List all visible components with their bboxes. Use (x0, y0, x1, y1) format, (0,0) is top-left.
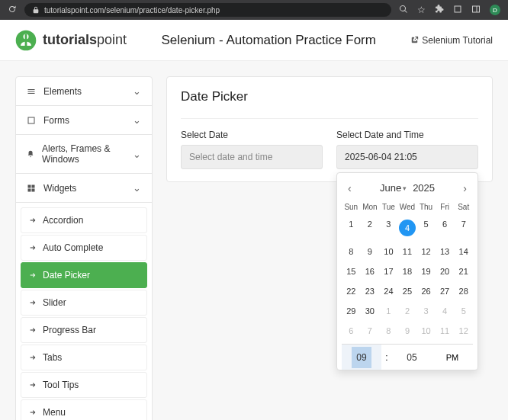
brand-logo[interactable]: tutorialspoint (15, 30, 127, 51)
calendar-day[interactable]: 11 (398, 242, 417, 261)
sidebar-item-menu[interactable]: Menu (21, 399, 147, 420)
sidebar-item-autocomplete[interactable]: Auto Complete (21, 235, 147, 261)
svg-rect-7 (28, 184, 31, 188)
calendar-day[interactable]: 23 (361, 281, 380, 301)
calendar-day[interactable]: 10 (416, 321, 436, 341)
year-label[interactable]: 2025 (413, 182, 435, 194)
calendar-day[interactable]: 28 (454, 281, 473, 301)
form-icon (27, 116, 36, 125)
calendar-day[interactable]: 20 (436, 261, 455, 281)
calendar-day[interactable]: 25 (398, 281, 417, 301)
address-bar[interactable]: tutorialspoint.com/selenium/practice/dat… (24, 3, 391, 17)
select-datetime-field: Select Date and Time 2025-06-04 21:05 ‹ … (336, 130, 478, 169)
calendar-day[interactable]: 1 (342, 214, 361, 242)
calendar-day[interactable]: 8 (379, 321, 398, 341)
calendar-day[interactable]: 13 (436, 242, 455, 261)
calendar-day[interactable]: 3 (416, 301, 436, 321)
content-area: Elements ⌄ Forms ⌄ Alerts, Frames & Wind… (0, 61, 508, 420)
hour-input[interactable]: 09 (342, 345, 381, 370)
calendar-day[interactable]: 24 (379, 281, 398, 301)
calendar-day[interactable]: 9 (361, 242, 380, 261)
calendar-day[interactable]: 15 (342, 261, 361, 281)
calendar-day[interactable]: 18 (398, 261, 417, 281)
url-text: tutorialspoint.com/selenium/practice/dat… (44, 6, 220, 14)
calendar-day[interactable]: 12 (416, 242, 436, 261)
calendar-day[interactable]: 11 (436, 321, 455, 341)
calendar-day[interactable]: 14 (454, 242, 473, 261)
calendar-day[interactable]: 30 (361, 301, 380, 321)
star-icon[interactable]: ☆ (417, 5, 426, 15)
arrow-right-icon (29, 381, 37, 389)
calendar-day[interactable]: 2 (398, 301, 417, 321)
profile-avatar[interactable]: D (490, 5, 500, 15)
sidebar-section-elements[interactable]: Elements ⌄ (16, 77, 152, 106)
sidebar-item-progress[interactable]: Progress Bar (21, 317, 147, 343)
download-icon[interactable] (453, 5, 462, 16)
calendar-day[interactable]: 4 (398, 214, 417, 242)
calendar-popup: ‹ June▾ 2025 › SunMonTueWedThuFriSat1234… (336, 172, 478, 370)
calendar-day[interactable]: 22 (342, 281, 361, 301)
calendar-day[interactable]: 27 (436, 281, 455, 301)
calendar-day[interactable]: 10 (379, 242, 398, 261)
calendar-day[interactable]: 4 (436, 301, 455, 321)
sidebar-item-datepicker[interactable]: Date Picker (21, 262, 147, 288)
select-datetime-label: Select Date and Time (336, 130, 478, 140)
calendar-day[interactable]: 5 (416, 214, 436, 242)
calendar-day[interactable]: 3 (379, 214, 398, 242)
calendar-day[interactable]: 1 (379, 301, 398, 321)
svg-rect-6 (28, 117, 34, 123)
arrow-right-icon (29, 409, 37, 416)
calendar-day[interactable]: 7 (361, 321, 380, 341)
sidebar-item-accordion[interactable]: Accordion (21, 207, 147, 233)
panel-icon[interactable] (471, 5, 481, 16)
bell-icon (27, 149, 34, 159)
calendar-day[interactable]: 8 (342, 242, 361, 261)
prev-month-button[interactable]: ‹ (343, 181, 356, 196)
dow-header: Mon (361, 200, 380, 214)
calendar-day[interactable]: 6 (436, 214, 455, 242)
tutorialspoint-logo-icon (15, 30, 37, 51)
calendar-day[interactable]: 5 (454, 301, 473, 321)
widgets-icon (27, 184, 36, 193)
sidebar-item-tooltips[interactable]: Tool Tips (21, 372, 147, 398)
minute-input[interactable]: 05 (392, 345, 432, 370)
next-month-button[interactable]: › (458, 181, 471, 196)
sidebar-item-tabs[interactable]: Tabs (21, 345, 147, 370)
brand-text: tutorialspoint (43, 32, 127, 48)
calendar-day[interactable]: 6 (342, 321, 361, 341)
sidebar-section-forms[interactable]: Forms ⌄ (16, 106, 152, 135)
sidebar-section-alerts[interactable]: Alerts, Frames & Windows ⌄ (16, 135, 152, 174)
svg-rect-10 (32, 188, 35, 191)
sidebar-item-slider[interactable]: Slider (21, 290, 147, 316)
calendar-day[interactable]: 26 (416, 281, 436, 301)
select-date-field: Select Date Select date and time (181, 130, 323, 169)
arrow-right-icon (29, 244, 37, 252)
calendar-day[interactable]: 9 (398, 321, 417, 341)
arrow-right-icon (29, 354, 37, 361)
calendar-day[interactable]: 2 (361, 214, 380, 242)
reload-icon[interactable] (8, 5, 17, 16)
browser-chrome-bar: tutorialspoint.com/selenium/practice/dat… (0, 0, 508, 20)
select-date-input[interactable]: Select date and time (181, 145, 323, 169)
calendar-day[interactable]: 7 (454, 214, 473, 242)
svg-rect-9 (28, 188, 31, 191)
selenium-tutorial-link[interactable]: Selenium Tutorial (410, 35, 493, 46)
arrow-right-icon (29, 299, 37, 306)
ampm-toggle[interactable]: PM (432, 353, 473, 362)
month-selector[interactable]: June▾ (380, 182, 407, 194)
select-datetime-input[interactable]: 2025-06-04 21:05 (336, 145, 478, 169)
calendar-day[interactable]: 16 (361, 261, 380, 281)
extensions-icon[interactable] (435, 5, 444, 16)
calendar-day[interactable]: 29 (342, 301, 361, 321)
calendar-day[interactable]: 21 (454, 261, 473, 281)
calendar-day[interactable]: 19 (416, 261, 436, 281)
time-colon: : (381, 352, 392, 363)
sidebar-section-widgets[interactable]: Widgets ⌄ (16, 174, 152, 203)
search-icon[interactable] (399, 5, 408, 16)
calendar-day[interactable]: 17 (379, 261, 398, 281)
arrow-right-icon (29, 216, 37, 224)
calendar-day[interactable]: 12 (454, 321, 473, 341)
main-heading: Date Picker (181, 89, 478, 104)
chevron-down-icon: ⌄ (133, 182, 141, 194)
dow-header: Fri (436, 200, 455, 214)
